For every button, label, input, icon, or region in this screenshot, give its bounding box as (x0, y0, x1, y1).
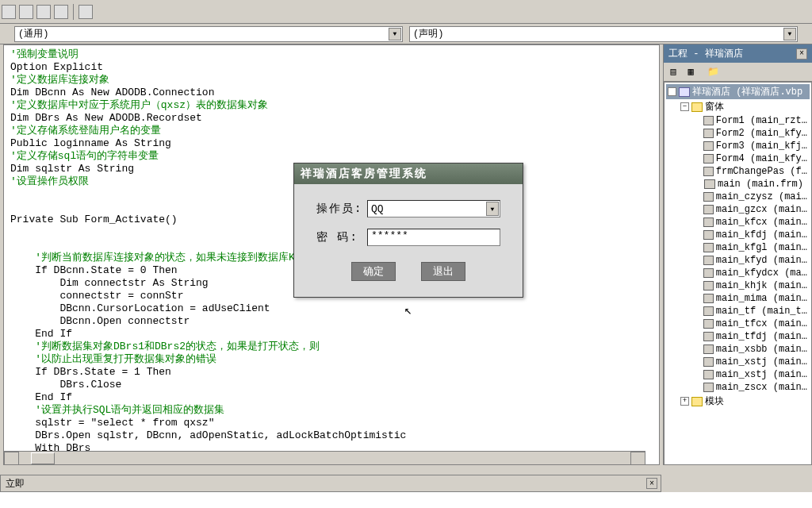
form-icon (703, 281, 714, 291)
tree-label: main_kfdj (main_kf (716, 229, 810, 241)
tool-btn[interactable] (79, 5, 93, 19)
tree-label: main_xsbb (main_xs (716, 344, 810, 355)
tool-btn[interactable] (2, 5, 16, 19)
panel-title-bar: 工程 - 祥瑞酒店 × (664, 44, 812, 63)
object-combo-value: (通用) (18, 27, 48, 40)
code-line: Dim DBcnn As New ADODB.Connection (10, 87, 653, 99)
tool-btn[interactable] (54, 5, 68, 19)
project-tree[interactable]: −祥瑞酒店 (祥瑞酒店.vbp−窗体Form1 (main_rztj.fForm… (664, 82, 812, 465)
operator-select[interactable]: QQ ▼ (367, 200, 500, 217)
horizontal-scrollbar[interactable] (4, 451, 645, 464)
tree-item[interactable]: main_xsbb (main_xs (666, 343, 810, 356)
procedure-combo[interactable]: (声明) ▼ (409, 26, 798, 42)
form-icon (703, 154, 714, 164)
tree-label: 模块 (705, 394, 724, 408)
tree-item[interactable]: main_mima (main_mi (666, 292, 810, 305)
code-line: '强制变量说明 (10, 48, 653, 61)
tree-label: 祥瑞酒店 (祥瑞酒店.vbp (692, 85, 802, 98)
tree-label: main_xstj (main_xs (716, 369, 810, 380)
tree-item[interactable]: Form4 (main_kfydtj (666, 152, 810, 165)
form-icon (703, 243, 714, 252)
object-combo[interactable]: (通用) ▼ (14, 26, 403, 42)
form-icon (703, 370, 714, 379)
view-object-icon[interactable]: ▦ (683, 65, 699, 79)
tree-item[interactable]: −祥瑞酒店 (祥瑞酒店.vbp (666, 84, 810, 99)
toggle-folders-icon[interactable]: 📁 (705, 65, 721, 79)
tree-label: main_khjk (main_kh (716, 280, 810, 291)
tree-item[interactable]: main_tfcx (main_tf (666, 318, 810, 330)
code-line: sqlstr = "select * from qxsz" (10, 417, 653, 429)
tree-item[interactable]: main_tf (main_tf.f (666, 305, 810, 318)
folder-icon (691, 102, 703, 112)
tree-label: main_gzcx (main_gz (716, 204, 810, 215)
tree-item[interactable]: Form3 (main_kfjs.f (666, 140, 810, 152)
expand-icon[interactable]: − (680, 102, 689, 111)
tree-label: main_mima (main_mi (716, 293, 810, 304)
tree-item[interactable]: main_zscx (main_zs (666, 381, 810, 394)
immediate-window-title: 立即 × (0, 475, 661, 492)
form-icon (703, 332, 714, 341)
chevron-down-icon[interactable]: ▼ (389, 28, 401, 40)
tree-item[interactable]: main (main.frm) (666, 178, 810, 190)
chevron-down-icon[interactable]: ▼ (783, 28, 796, 40)
tree-label: main_xstj (main_xs (716, 356, 810, 368)
procedure-combo-value: (声明) (413, 27, 443, 40)
ok-button[interactable]: 确定 (351, 262, 396, 281)
form-icon (704, 179, 715, 189)
tree-item[interactable]: Form1 (main_rztj.f (666, 114, 810, 127)
form-icon (703, 268, 714, 278)
tree-label: Form4 (main_kfydtj (716, 153, 810, 164)
code-line: End If (10, 328, 653, 341)
operator-label: 操作员: (316, 202, 367, 216)
tree-item[interactable]: frmChangePas (frmC (666, 165, 810, 178)
code-line: End If (10, 391, 653, 404)
tree-item[interactable]: main_kfydcx (main_ (666, 267, 810, 279)
main-toolbar (0, 0, 812, 24)
tree-item[interactable]: main_kfgl (main_kf (666, 241, 810, 254)
tree-label: main_kfydcx (main_ (716, 267, 810, 279)
tree-item[interactable]: main_xstj (main_xs (666, 356, 810, 368)
immediate-window[interactable] (0, 492, 812, 508)
tree-item[interactable]: main_czysz (main_c (666, 190, 810, 203)
cancel-button[interactable]: 退出 (421, 262, 465, 281)
tree-label: main_tf (main_tf.f (716, 306, 810, 317)
tree-label: main_tfcx (main_tf (716, 318, 810, 329)
code-line: '判断数据集对象DBrs1和DBrs2的状态，如果是打开状态，则 (10, 341, 653, 353)
chevron-down-icon[interactable]: ▼ (486, 202, 499, 216)
folder-icon (691, 397, 703, 406)
code-line: '定义数据库连接对象 (10, 74, 653, 87)
expand-icon[interactable]: + (680, 397, 689, 406)
panel-title: 工程 - 祥瑞酒店 (668, 47, 743, 60)
tool-btn[interactable] (19, 5, 33, 19)
tree-item[interactable]: +模块 (666, 394, 810, 409)
expand-icon[interactable]: − (668, 87, 676, 96)
tree-item[interactable]: main_kfdj (main_kf (666, 229, 810, 241)
scroll-thumb[interactable] (31, 452, 55, 464)
form-icon (703, 167, 714, 176)
tree-item[interactable]: main_khjk (main_kh (666, 279, 810, 292)
tree-label: 窗体 (705, 100, 724, 114)
form-icon (703, 344, 714, 354)
tree-label: Form2 (main_kfyydj (716, 128, 810, 139)
tree-item[interactable]: main_kfcx (main_kf (666, 216, 810, 229)
form-icon (703, 256, 714, 265)
tree-item[interactable]: Form2 (main_kfyydj (666, 127, 810, 140)
password-input[interactable]: ****** (367, 229, 500, 246)
tree-item[interactable]: −窗体 (666, 99, 810, 114)
form-icon (703, 205, 714, 214)
tree-item[interactable]: main_xstj (main_xs (666, 368, 810, 381)
code-line: Public loginname As String (10, 137, 653, 150)
code-line: If DBrs.State = 1 Then (10, 366, 653, 379)
form-icon (703, 217, 714, 227)
combo-row: (通用) ▼ (声明) ▼ (0, 24, 812, 44)
password-value: ****** (371, 229, 408, 241)
form-icon (703, 383, 714, 392)
close-icon[interactable]: × (796, 48, 807, 60)
tree-item[interactable]: main_tfdj (main_tf (666, 330, 810, 343)
close-icon[interactable]: × (646, 478, 657, 489)
view-code-icon[interactable]: ▤ (665, 65, 681, 79)
tree-item[interactable]: main_kfyd (main_kf (666, 254, 810, 267)
code-line: '设置并执行SQL语句并返回相应的数据集 (10, 404, 653, 417)
tree-item[interactable]: main_gzcx (main_gz (666, 203, 810, 216)
tool-btn[interactable] (36, 5, 51, 19)
